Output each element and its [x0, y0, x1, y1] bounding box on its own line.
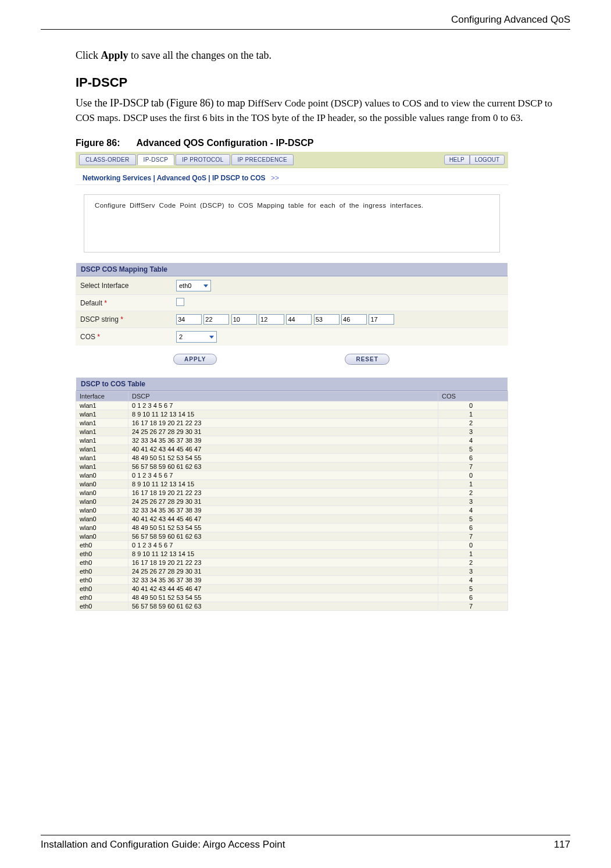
- cell-interface: wlan0: [76, 471, 128, 480]
- table-row: eth016 17 18 19 20 21 22 232: [76, 558, 508, 567]
- table-row: wlan08 9 10 11 12 13 14 151: [76, 480, 508, 489]
- cell-interface: eth0: [76, 585, 128, 593]
- dscp-input-7[interactable]: [369, 314, 394, 325]
- dscp-input-1[interactable]: [203, 314, 229, 325]
- dscp-input-4[interactable]: [286, 314, 312, 325]
- cell-cos: 2: [438, 489, 508, 497]
- cell-cos: 4: [438, 576, 508, 585]
- label-dscp-string: DSCP string: [80, 315, 120, 323]
- breadcrumb-arrows-icon: >>: [271, 174, 279, 182]
- cell-cos: 0: [438, 471, 508, 480]
- table-row: wlan040 41 42 43 44 45 46 475: [76, 515, 508, 524]
- cell-cos: 5: [438, 445, 508, 454]
- apply-button[interactable]: APPLY: [173, 354, 217, 365]
- cell-dscp: 32 33 34 35 36 37 38 39: [128, 506, 438, 515]
- cos-dropdown[interactable]: 2: [176, 331, 217, 343]
- cell-interface: eth0: [76, 593, 128, 602]
- dscp-input-2[interactable]: [231, 314, 257, 325]
- cell-dscp: 56 57 58 59 60 61 62 63: [128, 602, 438, 611]
- cell-dscp: 32 33 34 35 36 37 38 39: [128, 576, 438, 585]
- cell-interface: wlan0: [76, 515, 128, 524]
- tab-ip-protocol[interactable]: IP PROTOCOL: [176, 154, 230, 165]
- cell-interface: wlan1: [76, 428, 128, 436]
- page-footer: Installation and Configuration Guide: Ai…: [41, 835, 570, 851]
- required-star: *: [97, 333, 100, 341]
- cell-interface: eth0: [76, 550, 128, 558]
- cell-interface: wlan1: [76, 410, 128, 419]
- figure-title: Advanced QOS Configuration - IP-DSCP: [136, 138, 313, 148]
- dscp-cos-table: Interface DSCP COS wlan10 1 2 3 4 5 6 70…: [76, 391, 508, 611]
- dscp-input-6[interactable]: [341, 314, 367, 325]
- cell-interface: wlan0: [76, 532, 128, 541]
- cell-cos: 5: [438, 585, 508, 593]
- select-interface-value: eth0: [179, 282, 191, 289]
- row-default: Default *: [76, 295, 508, 311]
- cell-dscp: 56 57 58 59 60 61 62 63: [128, 532, 438, 541]
- cell-interface: eth0: [76, 558, 128, 567]
- chevron-down-icon: [209, 336, 214, 339]
- table-row: wlan10 1 2 3 4 5 6 70: [76, 401, 508, 410]
- cell-interface: eth0: [76, 541, 128, 550]
- cell-interface: eth0: [76, 567, 128, 576]
- cell-interface: wlan1: [76, 454, 128, 463]
- cell-cos: 7: [438, 602, 508, 611]
- tab-ip-precedence[interactable]: IP PRECEDENCE: [231, 154, 294, 165]
- cos-value: 2: [179, 333, 183, 340]
- intro-paragraph: Click Apply to save all the changes on t…: [76, 48, 570, 62]
- logout-button[interactable]: LOGOUT: [470, 155, 505, 165]
- table-row: eth048 49 50 51 52 53 54 556: [76, 593, 508, 602]
- table-row: eth024 25 26 27 28 29 30 313: [76, 567, 508, 576]
- col-dscp: DSCP: [128, 392, 438, 401]
- cell-cos: 7: [438, 463, 508, 471]
- label-select-interface: Select Interface: [80, 282, 128, 290]
- help-button[interactable]: HELP: [444, 155, 470, 165]
- table-row: wlan024 25 26 27 28 29 30 313: [76, 497, 508, 506]
- footer-left: Installation and Configuration Guide: Ai…: [41, 839, 285, 851]
- cell-dscp: 16 17 18 19 20 21 22 23: [128, 489, 438, 497]
- row-cos: COS * 2: [76, 328, 508, 346]
- cell-interface: eth0: [76, 576, 128, 585]
- breadcrumb-text: Networking Services | Advanced QoS | IP …: [83, 174, 266, 182]
- cell-cos: 3: [438, 497, 508, 506]
- intro-text-1: Click: [76, 49, 101, 61]
- cell-dscp: 40 41 42 43 44 45 46 47: [128, 445, 438, 454]
- table-row: wlan056 57 58 59 60 61 62 637: [76, 532, 508, 541]
- table-row: eth032 33 34 35 36 37 38 394: [76, 576, 508, 585]
- cell-cos: 5: [438, 515, 508, 524]
- chevron-down-icon: [203, 284, 208, 287]
- cell-dscp: 8 9 10 11 12 13 14 15: [128, 410, 438, 419]
- select-interface-dropdown[interactable]: eth0: [176, 280, 211, 291]
- dscp-input-3[interactable]: [259, 314, 284, 325]
- table-row: wlan00 1 2 3 4 5 6 70: [76, 471, 508, 480]
- table-row: wlan032 33 34 35 36 37 38 394: [76, 506, 508, 515]
- table-row: wlan124 25 26 27 28 29 30 313: [76, 428, 508, 436]
- reset-button[interactable]: RESET: [345, 354, 389, 365]
- default-checkbox[interactable]: [176, 298, 184, 306]
- dscp-input-0[interactable]: [176, 314, 202, 325]
- cell-dscp: 40 41 42 43 44 45 46 47: [128, 515, 438, 524]
- screenshot-panel: CLASS-ORDER IP-DSCP IP PROTOCOL IP PRECE…: [76, 152, 508, 611]
- cell-interface: wlan0: [76, 497, 128, 506]
- row-select-interface: Select Interface eth0: [76, 277, 508, 295]
- cell-cos: 6: [438, 524, 508, 532]
- cell-dscp: 32 33 34 35 36 37 38 39: [128, 436, 438, 445]
- section-body-lead: Use the IP-DSCP tab (Figure 86) to map: [76, 97, 248, 109]
- cell-dscp: 0 1 2 3 4 5 6 7: [128, 471, 438, 480]
- cell-cos: 0: [438, 541, 508, 550]
- col-cos: COS: [438, 392, 508, 401]
- cell-cos: 3: [438, 567, 508, 576]
- cell-dscp: 24 25 26 27 28 29 30 31: [128, 567, 438, 576]
- table-row: eth00 1 2 3 4 5 6 70: [76, 541, 508, 550]
- table-row: eth040 41 42 43 44 45 46 475: [76, 585, 508, 593]
- cell-cos: 0: [438, 401, 508, 410]
- cell-dscp: 24 25 26 27 28 29 30 31: [128, 428, 438, 436]
- dscp-input-5[interactable]: [314, 314, 340, 325]
- required-star: *: [120, 315, 123, 323]
- cell-cos: 4: [438, 436, 508, 445]
- tab-class-order[interactable]: CLASS-ORDER: [79, 154, 136, 165]
- cell-interface: wlan1: [76, 436, 128, 445]
- cell-cos: 7: [438, 532, 508, 541]
- cell-dscp: 0 1 2 3 4 5 6 7: [128, 401, 438, 410]
- row-dscp-string: DSCP string *: [76, 311, 508, 328]
- tab-ip-dscp[interactable]: IP-DSCP: [137, 154, 175, 165]
